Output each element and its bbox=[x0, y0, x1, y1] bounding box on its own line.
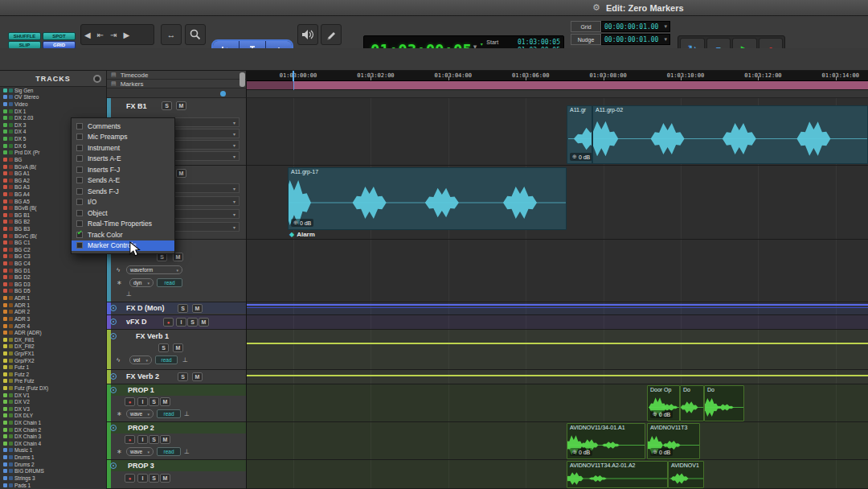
solo-button[interactable]: S bbox=[149, 435, 159, 444]
solo-button[interactable]: S bbox=[149, 474, 159, 483]
trim-tool-button[interactable]: ↔ bbox=[161, 24, 182, 45]
audio-clip[interactable]: A11.grp-02 bbox=[592, 105, 868, 164]
edit-lane[interactable] bbox=[247, 330, 868, 370]
menu-item-sends-f-j[interactable]: Sends F-J bbox=[72, 186, 174, 197]
track-header-fx-verb-2[interactable]: FX Verb 2 S M bbox=[107, 370, 246, 384]
automation-bolt-icon[interactable]: ϟ bbox=[117, 267, 120, 273]
automation-bolt-icon[interactable]: ϟ bbox=[117, 357, 120, 364]
clip-gain-badge[interactable]: ⊕0 dB bbox=[570, 448, 592, 456]
audio-clip[interactable]: Do bbox=[680, 385, 704, 421]
audio-clip[interactable]: A11.gr⊕0 dB bbox=[567, 105, 592, 164]
grid-value-field[interactable]: 00:00:00:01.00 ▾ bbox=[601, 21, 670, 32]
edit-lanes-area[interactable]: A11.gr⊕0 dBA11.grp-02A11.grp-17⊕0 dB◆Ala… bbox=[247, 98, 868, 489]
sidebar-track-item[interactable]: BG C4 bbox=[0, 260, 107, 267]
track-name[interactable]: FX D (Mon) bbox=[126, 304, 165, 312]
sidebar-track-item[interactable]: OV Stereo bbox=[0, 94, 107, 101]
pencil-tool-button[interactable] bbox=[321, 24, 342, 45]
menu-checkbox[interactable] bbox=[76, 220, 83, 227]
edit-lane[interactable] bbox=[247, 240, 868, 302]
output-window-icon[interactable]: ⊥ bbox=[184, 411, 190, 417]
sidebar-track-item[interactable]: BG D1 bbox=[0, 267, 107, 274]
menu-item-sends-a-e[interactable]: Sends A-E bbox=[72, 175, 174, 187]
menu-item-real-time-properties[interactable]: Real-Time Properties bbox=[72, 219, 174, 230]
menu-checkbox[interactable] bbox=[76, 166, 83, 173]
track-name[interactable]: PROP 2 bbox=[128, 424, 154, 432]
track-header-prop-3[interactable]: PROP 3 ● I S M bbox=[107, 460, 246, 489]
solo-button[interactable]: S bbox=[149, 397, 159, 406]
automation-line[interactable] bbox=[247, 307, 868, 308]
clip-gain-badge[interactable]: ⊕0 dB bbox=[570, 153, 592, 161]
elastic-audio-icon[interactable]: ∗ bbox=[117, 411, 122, 417]
zoom-in-end-icon[interactable]: ⇥ bbox=[107, 31, 120, 39]
menu-checkbox[interactable] bbox=[76, 155, 83, 162]
sidebar-track-item[interactable]: Drums 2 bbox=[0, 461, 107, 468]
audio-clip[interactable]: Door Op⊕0 dB bbox=[647, 385, 680, 421]
edit-lane[interactable]: AVIDNOV11/34-01.A1⊕0 dBAVIDNOV11T3⊕0 dB bbox=[247, 422, 868, 460]
spot-mode-button[interactable]: SPOT bbox=[43, 32, 76, 40]
sidebar-track-item[interactable]: DX Chain 1 bbox=[0, 419, 107, 426]
audio-clip[interactable]: AVIDNOV11/34-01.A1⊕0 dB bbox=[567, 423, 645, 459]
sidebar-track-item[interactable]: ADR 4 bbox=[0, 323, 107, 330]
sidebar-track-item[interactable]: DX Chain 2 bbox=[0, 426, 107, 434]
sidebar-track-item[interactable]: DX V2 bbox=[0, 398, 107, 405]
mute-button[interactable]: M bbox=[173, 343, 183, 352]
track-name[interactable]: PROP 3 bbox=[128, 462, 154, 470]
audio-clip[interactable]: AVIDNOV11T3⊕0 dB bbox=[647, 423, 700, 459]
sidebar-track-item[interactable]: BG D3 bbox=[0, 281, 107, 288]
track-header-prop-1[interactable]: PROP 1 ● I S M ∗ wave ▾ read ⊥ bbox=[107, 384, 246, 422]
sidebar-track-item[interactable]: Grp/FX2 bbox=[0, 357, 107, 364]
sidebar-track-item[interactable]: DX DLY bbox=[0, 413, 107, 420]
menu-item-instrument[interactable]: Instrument bbox=[72, 142, 174, 154]
vol-selector[interactable]: vol ▾ bbox=[129, 355, 152, 364]
input-monitor-button[interactable]: I bbox=[137, 435, 148, 444]
track-name[interactable]: FX Verb 1 bbox=[136, 332, 169, 340]
menu-checkbox[interactable] bbox=[76, 199, 83, 205]
solo-button[interactable]: S bbox=[187, 318, 198, 327]
sidebar-track-item[interactable]: ADR 3 bbox=[0, 315, 107, 323]
mute-button[interactable]: M bbox=[160, 435, 170, 444]
automation-line[interactable] bbox=[247, 343, 868, 344]
sidebar-track-item[interactable]: Video bbox=[0, 101, 107, 108]
menu-checkbox[interactable] bbox=[76, 134, 83, 140]
record-enable-button[interactable]: ● bbox=[125, 397, 135, 406]
audio-clip[interactable]: AVIDNOV1 bbox=[668, 461, 704, 488]
sidebar-track-item[interactable]: Futz 1 bbox=[0, 364, 107, 371]
zoomer-tool-button[interactable] bbox=[185, 24, 206, 45]
track-open-toggle[interactable] bbox=[110, 373, 117, 380]
track-open-toggle[interactable] bbox=[110, 462, 117, 469]
tracks-menu-icon[interactable] bbox=[93, 75, 101, 83]
edit-lane[interactable]: A11.gr⊕0 dBA11.grp-02 bbox=[247, 98, 868, 166]
output-window-icon[interactable]: ⊥ bbox=[126, 291, 132, 298]
clip-gain-badge[interactable]: ⊕0 dB bbox=[650, 448, 673, 456]
track-scroll-indicator-icon[interactable] bbox=[220, 91, 226, 97]
sidebar-track-item[interactable]: ADR.1 bbox=[0, 294, 107, 302]
shuffle-mode-button[interactable]: SHUFFLE bbox=[8, 32, 41, 40]
edit-lane[interactable]: AVIDNOV11T34.A2-01.A2AVIDNOV1 bbox=[247, 460, 868, 489]
zoom-in-arrow-icon[interactable]: ▶ bbox=[120, 31, 133, 39]
menu-checkbox[interactable] bbox=[76, 210, 83, 216]
track-name[interactable]: FX B1 bbox=[126, 102, 147, 110]
track-view-selector[interactable]: wave ▾ bbox=[126, 409, 154, 418]
output-window-icon[interactable]: ⊥ bbox=[184, 449, 190, 455]
playhead-cursor[interactable] bbox=[293, 71, 294, 81]
sidebar-track-item[interactable]: Drums 1 bbox=[0, 454, 107, 461]
edit-lane[interactable] bbox=[247, 370, 868, 384]
track-open-toggle[interactable] bbox=[110, 318, 117, 325]
track-header-prop-2[interactable]: PROP 2 ● I S M ∗ wave ▾ read ⊥ bbox=[107, 422, 246, 460]
clip-gain-badge[interactable]: ⊕0 dB bbox=[650, 410, 673, 418]
sidebar-track-item[interactable]: Futz 2 bbox=[0, 371, 107, 378]
mute-button[interactable]: M bbox=[160, 474, 170, 483]
mute-button[interactable]: M bbox=[192, 304, 203, 313]
sidebar-track-item[interactable]: DX_Fill1 bbox=[0, 336, 107, 343]
audio-clip[interactable]: A11.grp-17⊕0 dB bbox=[288, 167, 567, 230]
markers-ruler-header[interactable]: ▤ Markers bbox=[107, 80, 247, 88]
track-header-vfx-d[interactable]: vFX D ● I S M bbox=[107, 315, 246, 330]
sidebar-track-item[interactable]: Pads 1 bbox=[0, 482, 107, 489]
track-open-toggle[interactable] bbox=[110, 387, 117, 393]
input-monitor-button[interactable]: I bbox=[137, 397, 148, 406]
sidebar-track-item[interactable]: BIG DRUMS bbox=[0, 468, 107, 475]
audio-clip[interactable]: AVIDNOV11T34.A2-01.A2 bbox=[567, 461, 668, 488]
track-open-toggle[interactable] bbox=[110, 333, 117, 339]
menu-checkbox[interactable] bbox=[76, 242, 83, 249]
edit-lane[interactable]: A11.grp-17⊕0 dB◆Alarm bbox=[247, 166, 868, 240]
